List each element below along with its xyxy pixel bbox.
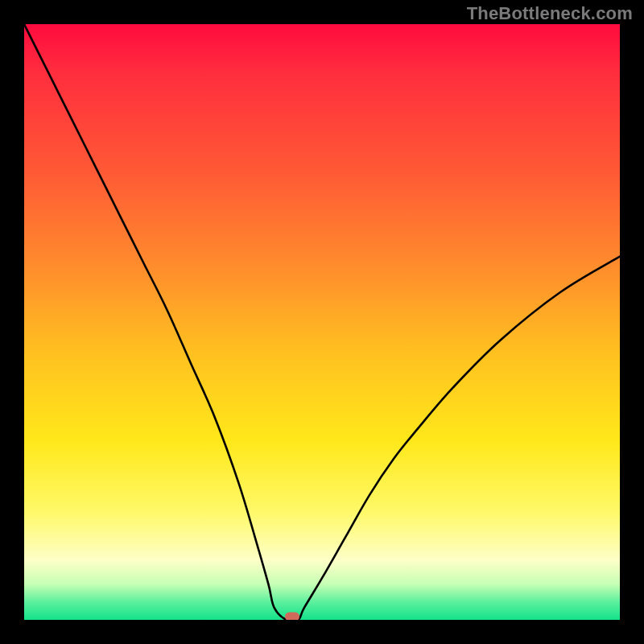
watermark-text: TheBottleneck.com [467,3,633,24]
optimum-marker [285,613,299,620]
bottleneck-curve [24,24,620,620]
chart-frame: TheBottleneck.com [0,0,644,644]
plot-area [24,24,620,620]
curve-path [24,24,620,620]
